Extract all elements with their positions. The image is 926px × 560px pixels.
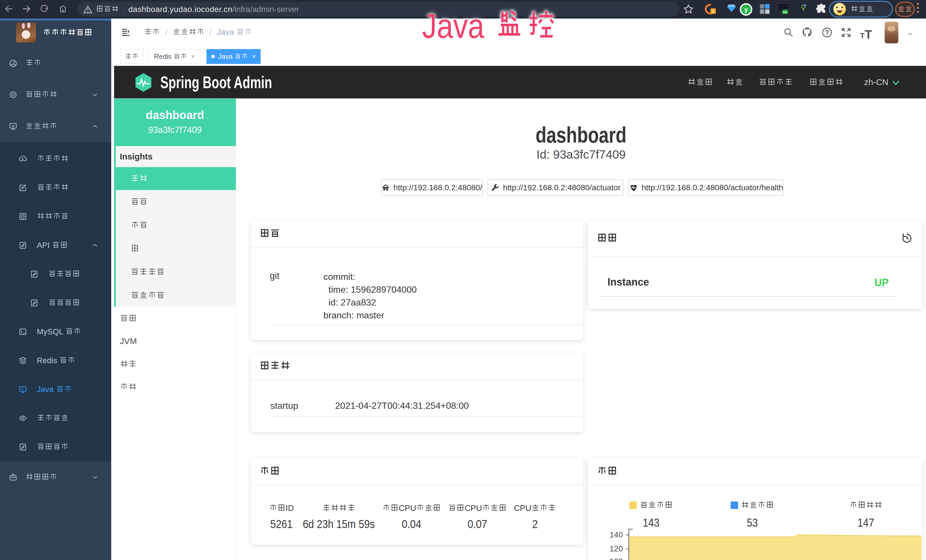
svg-text:100: 100 bbox=[610, 557, 623, 560]
svg-text:y: y bbox=[744, 6, 748, 13]
svg-text:on: on bbox=[783, 10, 787, 14]
svg-text:140: 140 bbox=[610, 530, 623, 539]
svg-text:1: 1 bbox=[712, 9, 714, 14]
svg-text:120: 120 bbox=[610, 544, 623, 553]
